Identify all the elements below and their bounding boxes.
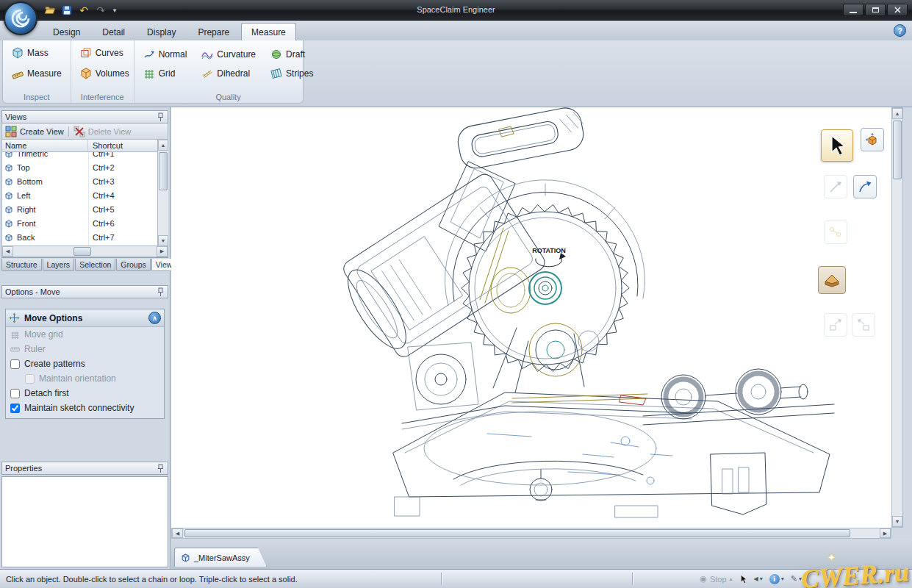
document-tab-bar: _MiterSawAssy <box>171 539 912 569</box>
detach-first-checkbox[interactable] <box>10 389 20 398</box>
info-options-button[interactable]: i ▾ <box>769 574 784 584</box>
group-label-interference: Interference <box>71 93 134 101</box>
canvas-vertical-scrollbar[interactable]: ▲ ▼ <box>891 107 903 528</box>
minimize-button[interactable] <box>843 4 863 16</box>
move-options-header[interactable]: Move Options ∧ <box>6 309 164 327</box>
views-hscroll-thumb[interactable] <box>73 247 91 256</box>
create-patterns-option[interactable]: Create patterns <box>6 356 164 371</box>
minimize-icon <box>850 12 857 13</box>
select-tool-button[interactable] <box>821 129 853 162</box>
scroll-down-icon[interactable]: ▼ <box>158 235 168 246</box>
views-pin-button[interactable] <box>156 112 165 122</box>
scroll-right-icon[interactable]: ▶ <box>157 246 168 257</box>
options-pin-button[interactable] <box>156 287 165 297</box>
options-panel-title: Options - Move <box>5 287 156 296</box>
view-row-front[interactable]: Front Ctrl+6 <box>2 216 157 230</box>
mass-button[interactable]: Mass <box>9 46 65 60</box>
grid-button[interactable]: Grid <box>140 67 190 80</box>
column-header-name[interactable]: Name <box>2 140 88 151</box>
normal-button[interactable]: Normal <box>140 48 190 61</box>
move-options-group: Move Options ∧ Move grid Ruler Create pa… <box>5 309 165 419</box>
views-toolbar: Create View Delete View <box>1 123 168 140</box>
rotation-annotation: ROTATION <box>532 247 566 254</box>
curves-button[interactable]: Curves <box>77 46 128 60</box>
selection-filter-button[interactable]: ◀ ▾ <box>754 576 763 582</box>
scroll-up-icon[interactable]: ▲ <box>158 140 168 151</box>
move-component-button[interactable] <box>861 128 884 151</box>
canvas-vscroll-thumb[interactable] <box>893 121 902 179</box>
pointer-mode-button[interactable] <box>739 574 747 584</box>
curved-move-button[interactable] <box>853 175 877 198</box>
view-row-back[interactable]: Back Ctrl+7 <box>2 230 157 244</box>
dimension-points-icon <box>828 225 843 240</box>
view-row-bottom[interactable]: Bottom Ctrl+3 <box>2 174 157 188</box>
tab-layers[interactable]: Layers <box>43 259 75 271</box>
scroll-left-icon[interactable]: ◀ <box>2 246 13 257</box>
volumes-button[interactable]: Volumes <box>77 67 128 80</box>
tab-selection[interactable]: Selection <box>75 259 115 271</box>
close-button[interactable] <box>887 4 908 16</box>
tab-display[interactable]: Display <box>137 23 186 40</box>
view-row-left[interactable]: Left Ctrl+4 <box>2 188 157 202</box>
tab-groups[interactable]: Groups <box>116 259 150 271</box>
canvas-hscroll-thumb[interactable] <box>184 529 850 537</box>
annotation-options-button[interactable]: ✎ ▾ <box>791 574 802 584</box>
scroll-left-icon[interactable]: ◀ <box>172 528 183 538</box>
document-tab[interactable]: _MiterSawAssy <box>174 548 267 567</box>
detach-arrow-icon <box>828 318 843 332</box>
create-patterns-checkbox[interactable] <box>10 359 20 369</box>
application-menu-button[interactable] <box>4 1 37 35</box>
tab-design[interactable]: Design <box>43 23 90 40</box>
info-icon: i <box>769 574 780 584</box>
scroll-up-icon[interactable]: ▲ <box>892 108 902 119</box>
move-component-icon <box>865 132 880 147</box>
curved-arrow-icon <box>858 179 872 194</box>
help-button[interactable]: ? <box>894 24 906 37</box>
tab-structure[interactable]: Structure <box>1 259 42 271</box>
dimension-handle-button[interactable] <box>824 220 847 244</box>
views-vertical-scrollbar[interactable]: ▲ ▼ <box>157 140 168 246</box>
draft-icon <box>270 49 282 60</box>
views-hscroll-track[interactable] <box>13 246 157 257</box>
panel-tabs: Structure Layers Selection Groups Views <box>1 257 168 271</box>
detach-first-option[interactable]: Detach first <box>6 386 164 401</box>
options-panel: Options - Move Move Options ∧ <box>1 285 168 419</box>
maximize-button[interactable] <box>865 4 886 16</box>
scroll-right-icon[interactable]: ▶ <box>880 528 891 538</box>
anchor-tool-button[interactable] <box>818 266 846 294</box>
tab-measure[interactable]: Measure <box>241 23 296 40</box>
design-canvas[interactable]: ROTATION <box>171 107 891 528</box>
maintain-sketch-checkbox[interactable] <box>10 404 20 413</box>
canvas-hscroll-track[interactable] <box>183 528 880 538</box>
status-separator <box>632 573 633 585</box>
collapse-chevron-icon[interactable]: ∧ <box>148 312 161 324</box>
detach-option-button[interactable] <box>824 313 847 337</box>
translate-handle-button[interactable] <box>824 175 847 198</box>
stripes-button[interactable]: Stripes <box>268 67 316 80</box>
scroll-down-icon[interactable]: ▼ <box>892 516 902 527</box>
tab-prepare[interactable]: Prepare <box>187 23 240 40</box>
stripes-icon <box>270 68 282 79</box>
measure-button[interactable]: Measure <box>9 67 65 80</box>
dihedral-button[interactable]: Dihedral <box>198 67 259 80</box>
canvas-vscroll-track[interactable] <box>892 119 902 516</box>
views-horizontal-scrollbar[interactable]: ◀ ▶ <box>1 246 168 257</box>
anchor-wedge-icon <box>823 272 841 288</box>
views-scroll-track[interactable] <box>158 151 168 235</box>
view-row-top[interactable]: Top Ctrl+2 <box>2 160 157 174</box>
draft-button[interactable]: Draft <box>268 48 316 61</box>
orient-option-button[interactable] <box>852 313 875 337</box>
view-row-right[interactable]: Right Ctrl+5 <box>2 202 157 216</box>
dihedral-icon <box>201 68 213 79</box>
tab-detail[interactable]: Detail <box>92 23 135 40</box>
properties-pin-button[interactable] <box>156 463 165 473</box>
maintain-sketch-option[interactable]: Maintain sketch connectivity <box>6 401 164 415</box>
views-scroll-thumb[interactable] <box>159 152 168 190</box>
pin-icon <box>157 287 164 297</box>
view-cube-icon <box>4 233 13 242</box>
column-header-shortcut[interactable]: Shortcut <box>88 140 168 151</box>
view-row-trimetric[interactable]: Trimetric Ctrl+1 <box>2 152 157 160</box>
create-view-button[interactable]: Create View <box>5 126 64 137</box>
canvas-horizontal-scrollbar[interactable]: ◀ ▶ <box>171 528 891 539</box>
curvature-button[interactable]: Curvature <box>198 48 259 61</box>
